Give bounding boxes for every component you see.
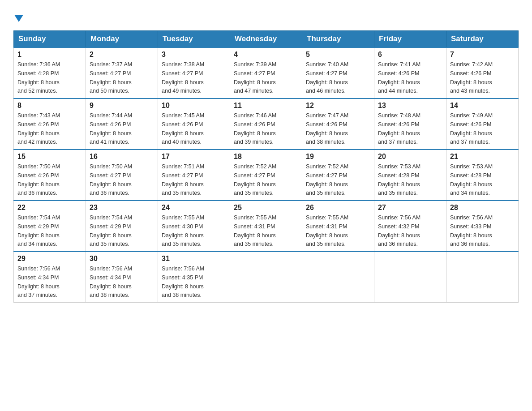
day-info: Sunrise: 7:42 AMSunset: 4:26 PMDaylight:… — [450, 61, 493, 94]
calendar-cell: 21 Sunrise: 7:53 AMSunset: 4:28 PMDaylig… — [446, 150, 519, 201]
calendar-cell: 28 Sunrise: 7:56 AMSunset: 4:33 PMDaylig… — [446, 201, 519, 252]
day-info: Sunrise: 7:55 AMSunset: 4:30 PMDaylight:… — [162, 214, 204, 247]
calendar-cell: 1 Sunrise: 7:36 AMSunset: 4:28 PMDayligh… — [14, 47, 86, 98]
day-number: 7 — [450, 51, 515, 59]
day-number: 20 — [378, 153, 442, 161]
day-info: Sunrise: 7:41 AMSunset: 4:26 PMDaylight:… — [378, 61, 420, 94]
calendar-table: SundayMondayTuesdayWednesdayThursdayFrid… — [13, 30, 519, 303]
day-info: Sunrise: 7:38 AMSunset: 4:27 PMDaylight:… — [162, 61, 204, 94]
day-number: 24 — [162, 204, 226, 212]
day-number: 19 — [306, 153, 370, 161]
calendar-cell: 6 Sunrise: 7:41 AMSunset: 4:26 PMDayligh… — [374, 47, 446, 98]
day-number: 31 — [162, 255, 226, 263]
day-info: Sunrise: 7:46 AMSunset: 4:26 PMDaylight:… — [234, 112, 276, 145]
day-info: Sunrise: 7:51 AMSunset: 4:27 PMDaylight:… — [162, 163, 204, 196]
calendar-day-header: Friday — [374, 31, 446, 48]
calendar-cell: 30 Sunrise: 7:56 AMSunset: 4:34 PMDaylig… — [86, 252, 158, 303]
day-info: Sunrise: 7:56 AMSunset: 4:34 PMDaylight:… — [17, 265, 60, 298]
page-header — [13, 9, 519, 23]
day-number: 15 — [17, 153, 82, 161]
day-info: Sunrise: 7:52 AMSunset: 4:27 PMDaylight:… — [306, 163, 348, 196]
day-info: Sunrise: 7:54 AMSunset: 4:29 PMDaylight:… — [17, 214, 60, 247]
day-info: Sunrise: 7:53 AMSunset: 4:28 PMDaylight:… — [450, 163, 493, 196]
calendar-cell — [302, 252, 374, 303]
calendar-cell: 26 Sunrise: 7:55 AMSunset: 4:31 PMDaylig… — [302, 201, 374, 252]
day-number: 29 — [17, 255, 82, 263]
day-number: 28 — [450, 204, 515, 212]
day-info: Sunrise: 7:47 AMSunset: 4:26 PMDaylight:… — [306, 112, 348, 145]
day-info: Sunrise: 7:40 AMSunset: 4:27 PMDaylight:… — [306, 61, 348, 94]
day-info: Sunrise: 7:49 AMSunset: 4:26 PMDaylight:… — [450, 112, 493, 145]
logo-triangle-icon — [14, 15, 23, 22]
calendar-cell: 24 Sunrise: 7:55 AMSunset: 4:30 PMDaylig… — [158, 201, 230, 252]
calendar-cell: 25 Sunrise: 7:55 AMSunset: 4:31 PMDaylig… — [230, 201, 302, 252]
calendar-cell: 31 Sunrise: 7:56 AMSunset: 4:35 PMDaylig… — [158, 252, 230, 303]
day-number: 21 — [450, 153, 515, 161]
day-number: 22 — [17, 204, 82, 212]
calendar-week-row: 1 Sunrise: 7:36 AMSunset: 4:28 PMDayligh… — [14, 47, 519, 98]
day-number: 23 — [90, 204, 154, 212]
calendar-cell: 20 Sunrise: 7:53 AMSunset: 4:28 PMDaylig… — [374, 150, 446, 201]
calendar-header-row: SundayMondayTuesdayWednesdayThursdayFrid… — [14, 31, 519, 48]
calendar-cell: 29 Sunrise: 7:56 AMSunset: 4:34 PMDaylig… — [14, 252, 86, 303]
calendar-day-header: Saturday — [446, 31, 519, 48]
day-info: Sunrise: 7:43 AMSunset: 4:26 PMDaylight:… — [17, 112, 60, 145]
calendar-cell: 14 Sunrise: 7:49 AMSunset: 4:26 PMDaylig… — [446, 98, 519, 150]
calendar-week-row: 15 Sunrise: 7:50 AMSunset: 4:26 PMDaylig… — [14, 150, 519, 201]
calendar-cell — [446, 252, 519, 303]
calendar-cell: 12 Sunrise: 7:47 AMSunset: 4:26 PMDaylig… — [302, 98, 374, 150]
day-number: 9 — [90, 102, 154, 110]
calendar-cell: 19 Sunrise: 7:52 AMSunset: 4:27 PMDaylig… — [302, 150, 374, 201]
calendar-cell: 22 Sunrise: 7:54 AMSunset: 4:29 PMDaylig… — [14, 201, 86, 252]
day-number: 27 — [378, 204, 442, 212]
calendar-cell: 11 Sunrise: 7:46 AMSunset: 4:26 PMDaylig… — [230, 98, 302, 150]
day-number: 16 — [90, 153, 154, 161]
day-info: Sunrise: 7:56 AMSunset: 4:33 PMDaylight:… — [450, 214, 493, 247]
day-number: 26 — [306, 204, 370, 212]
day-info: Sunrise: 7:45 AMSunset: 4:26 PMDaylight:… — [162, 112, 204, 145]
day-info: Sunrise: 7:39 AMSunset: 4:27 PMDaylight:… — [234, 61, 276, 94]
calendar-cell — [374, 252, 446, 303]
day-number: 30 — [90, 255, 154, 263]
day-number: 14 — [450, 102, 515, 110]
calendar-cell: 10 Sunrise: 7:45 AMSunset: 4:26 PMDaylig… — [158, 98, 230, 150]
day-info: Sunrise: 7:56 AMSunset: 4:35 PMDaylight:… — [162, 265, 204, 298]
day-number: 4 — [234, 51, 298, 59]
calendar-cell: 16 Sunrise: 7:50 AMSunset: 4:27 PMDaylig… — [86, 150, 158, 201]
day-info: Sunrise: 7:48 AMSunset: 4:26 PMDaylight:… — [378, 112, 420, 145]
day-number: 12 — [306, 102, 370, 110]
calendar-cell: 23 Sunrise: 7:54 AMSunset: 4:29 PMDaylig… — [86, 201, 158, 252]
day-number: 3 — [162, 51, 226, 59]
calendar-week-row: 22 Sunrise: 7:54 AMSunset: 4:29 PMDaylig… — [14, 201, 519, 252]
day-number: 25 — [234, 204, 298, 212]
day-info: Sunrise: 7:56 AMSunset: 4:32 PMDaylight:… — [378, 214, 420, 247]
calendar-cell: 3 Sunrise: 7:38 AMSunset: 4:27 PMDayligh… — [158, 47, 230, 98]
day-info: Sunrise: 7:50 AMSunset: 4:27 PMDaylight:… — [90, 163, 132, 196]
calendar-cell: 8 Sunrise: 7:43 AMSunset: 4:26 PMDayligh… — [14, 98, 86, 150]
day-number: 17 — [162, 153, 226, 161]
calendar-cell: 7 Sunrise: 7:42 AMSunset: 4:26 PMDayligh… — [446, 47, 519, 98]
calendar-day-header: Wednesday — [230, 31, 302, 48]
day-number: 6 — [378, 51, 442, 59]
calendar-week-row: 8 Sunrise: 7:43 AMSunset: 4:26 PMDayligh… — [14, 98, 519, 150]
calendar-cell — [230, 252, 302, 303]
day-number: 11 — [234, 102, 298, 110]
day-number: 1 — [17, 51, 82, 59]
day-info: Sunrise: 7:55 AMSunset: 4:31 PMDaylight:… — [234, 214, 276, 247]
day-number: 13 — [378, 102, 442, 110]
logo-line1 — [13, 9, 23, 23]
calendar-cell: 9 Sunrise: 7:44 AMSunset: 4:26 PMDayligh… — [86, 98, 158, 150]
calendar-cell: 27 Sunrise: 7:56 AMSunset: 4:32 PMDaylig… — [374, 201, 446, 252]
calendar-cell: 18 Sunrise: 7:52 AMSunset: 4:27 PMDaylig… — [230, 150, 302, 201]
day-info: Sunrise: 7:36 AMSunset: 4:28 PMDaylight:… — [17, 61, 60, 94]
day-info: Sunrise: 7:54 AMSunset: 4:29 PMDaylight:… — [90, 214, 132, 247]
day-number: 2 — [90, 51, 154, 59]
calendar-day-header: Thursday — [302, 31, 374, 48]
calendar-day-header: Monday — [86, 31, 158, 48]
calendar-cell: 5 Sunrise: 7:40 AMSunset: 4:27 PMDayligh… — [302, 47, 374, 98]
day-number: 18 — [234, 153, 298, 161]
calendar-day-header: Sunday — [14, 31, 86, 48]
day-info: Sunrise: 7:37 AMSunset: 4:27 PMDaylight:… — [90, 61, 132, 94]
calendar-cell: 2 Sunrise: 7:37 AMSunset: 4:27 PMDayligh… — [86, 47, 158, 98]
day-number: 10 — [162, 102, 226, 110]
